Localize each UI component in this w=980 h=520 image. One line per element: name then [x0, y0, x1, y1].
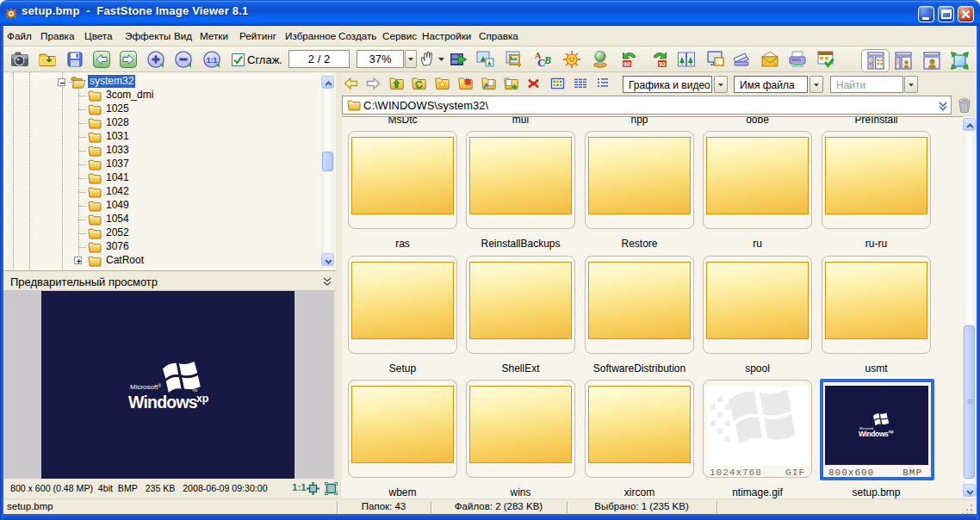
- svg-text:xp: xp: [889, 429, 894, 434]
- svg-text:90: 90: [623, 61, 630, 67]
- svg-text:Windows: Windows: [859, 430, 889, 438]
- svg-text:Microsoft®: Microsoft®: [130, 383, 161, 391]
- svg-text:1:1: 1:1: [207, 56, 218, 65]
- svg-text:90: 90: [659, 61, 666, 67]
- svg-text:Windows: Windows: [128, 393, 198, 412]
- svg-text:xp: xp: [196, 393, 209, 405]
- svg-text:B: B: [543, 54, 551, 66]
